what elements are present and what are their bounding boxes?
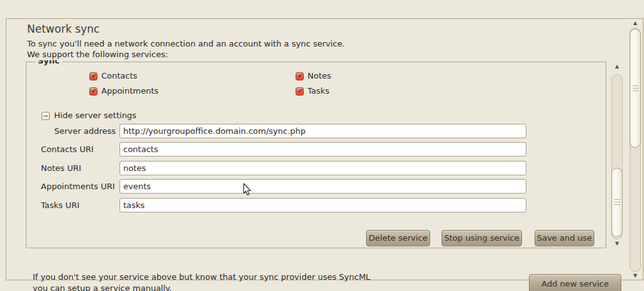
tasks-checkbox-label[interactable]: Tasks: [308, 86, 330, 96]
contacts-uri-label: Contacts URI: [41, 145, 94, 155]
checkmark-icon: ✓: [296, 87, 304, 95]
outer-scroll-up-icon[interactable]: ▲: [630, 20, 641, 26]
tasks-uri-label: Tasks URI: [41, 200, 79, 211]
contacts-checkbox[interactable]: ✓: [89, 72, 97, 80]
intro-text-line2: We support the following services:: [27, 50, 168, 59]
inner-scrollbar-thumb[interactable]: [611, 168, 623, 237]
hide-server-settings-expander[interactable]: Hide server settings: [54, 111, 136, 121]
page-title: Network sync: [27, 23, 99, 35]
intro-text-line1: To sync you'll need a network connection…: [27, 39, 345, 48]
outer-scrollbar-thumb[interactable]: [630, 29, 641, 148]
server-address-input[interactable]: [119, 124, 526, 138]
contacts-checkbox-label[interactable]: Contacts: [101, 71, 137, 81]
manual-setup-text-line2: you can setup a service manually.: [33, 283, 172, 291]
mouse-cursor-icon: [243, 183, 252, 197]
delete-service-button[interactable]: Delete service: [366, 230, 430, 246]
checkmark-icon: ✓: [90, 87, 98, 95]
sync-frame-label-clip: Sync: [35, 60, 62, 67]
network-sync-panel: Network sync To sync you'll need a netwo…: [6, 18, 643, 280]
manual-setup-text-line1: If you don't see your service above but …: [33, 272, 370, 282]
appointments-checkbox[interactable]: ✓: [89, 87, 97, 96]
server-address-label: Server address: [41, 126, 116, 136]
stop-using-service-button[interactable]: Stop using service: [441, 230, 522, 246]
scrollbar-grip: [614, 199, 620, 206]
checkmark-icon: ✓: [296, 72, 304, 80]
sync-frame-label: Sync: [35, 60, 62, 66]
tasks-uri-input[interactable]: [119, 198, 526, 212]
notes-uri-label: Notes URI: [41, 163, 81, 173]
add-new-service-button[interactable]: Add new service: [529, 274, 621, 291]
contacts-uri-input[interactable]: [119, 142, 526, 156]
appointments-uri-label: Appointments URI: [41, 182, 115, 192]
appointments-uri-input[interactable]: [119, 179, 526, 194]
notes-checkbox[interactable]: ✓: [296, 72, 304, 80]
checkmark-icon: ✓: [90, 72, 98, 80]
appointments-checkbox-label[interactable]: Appointments: [101, 86, 158, 96]
inner-scroll-down-icon[interactable]: ▼: [611, 241, 623, 247]
collapse-icon[interactable]: −: [42, 112, 50, 120]
sync-frame: Sync ✓ Contacts ✓ Appointments ✓ Notes ✓…: [26, 62, 606, 248]
notes-checkbox-label[interactable]: Notes: [308, 71, 331, 81]
notes-uri-input[interactable]: [119, 161, 526, 175]
scrollbar-grip: [633, 85, 638, 92]
network-sync-page: Network sync To sync you'll need a netwo…: [0, 0, 644, 291]
save-and-use-button[interactable]: Save and use: [535, 230, 594, 246]
outer-scroll-down-icon[interactable]: ▼: [630, 273, 641, 279]
inner-scroll-up-icon[interactable]: ▲: [611, 63, 623, 70]
tasks-checkbox[interactable]: ✓: [296, 87, 304, 96]
